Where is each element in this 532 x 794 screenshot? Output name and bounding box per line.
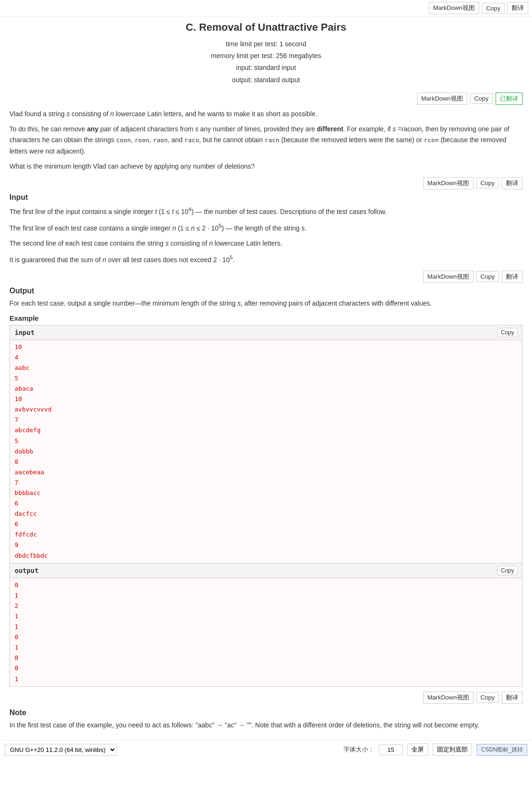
bottom-bar: GNU G++20 11.2.0 (64 bit, winlibs) 字体大小：… — [0, 740, 532, 759]
output-line: 0 — [15, 580, 517, 590]
section3-toolbar: MarkDown视图 Copy 翻译 — [9, 271, 523, 283]
s4-markdown-btn[interactable]: MarkDown视图 — [423, 692, 473, 704]
input-type: input: standard input — [9, 62, 523, 74]
output-type: output: standard output — [9, 74, 523, 86]
output-line: 0 — [15, 653, 517, 663]
s3-copy-btn[interactable]: Copy — [476, 271, 499, 282]
input-line: 7 — [15, 415, 517, 425]
input-p3: The second line of each test case contai… — [9, 238, 523, 249]
input-line: dbdcfbbdc — [15, 551, 517, 561]
section4-toolbar: MarkDown视图 Copy 翻译 — [9, 692, 523, 704]
s4-copy-btn[interactable]: Copy — [476, 692, 499, 703]
s1-copy-btn[interactable]: Copy — [470, 93, 493, 104]
input-line: 8 — [15, 457, 517, 467]
input-p1: The first line of the input contains a s… — [9, 205, 523, 217]
input-line: dacfcc — [15, 509, 517, 519]
example-output-copy-btn[interactable]: Copy — [498, 566, 517, 575]
note-section: Note In the first test case of the examp… — [9, 709, 523, 731]
s1-p2: To do this, he can remove any pair of ad… — [9, 124, 523, 157]
s2-markdown-btn[interactable]: MarkDown视图 — [423, 177, 473, 189]
csdn-btn[interactable]: CSDN图标_跳转 — [477, 744, 527, 756]
input-line: 6 — [15, 498, 517, 509]
example-output-header: output Copy — [10, 563, 522, 578]
s4-translate-btn[interactable]: 翻译 — [502, 692, 523, 704]
input-line: 10 — [15, 342, 517, 352]
example-input-copy-btn[interactable]: Copy — [498, 328, 517, 337]
output-line: 1 — [15, 611, 517, 622]
input-line: 4 — [15, 352, 517, 363]
note-p1: In the first test case of the example, y… — [9, 720, 523, 731]
example-output-body: 0121101001 — [10, 578, 522, 686]
s2-translate-btn[interactable]: 翻译 — [502, 177, 523, 189]
problem-title: C. Removal of Unattractive Pairs — [9, 21, 523, 34]
s1-translated-btn[interactable]: 已翻译 — [496, 93, 523, 105]
example-section: Example input Copy 104aabc5abaca10avbvvc… — [9, 314, 523, 687]
output-line: 1 — [15, 642, 517, 653]
memory-limit: memory limit per test: 256 megabytes — [9, 50, 523, 62]
top-translate-btn[interactable]: 翻译 — [507, 2, 528, 14]
output-line: 1 — [15, 674, 517, 684]
input-line: abcdefg — [15, 425, 517, 435]
example-output-block: output Copy 0121101001 — [9, 563, 523, 687]
input-line: aabc — [15, 363, 517, 373]
note-section-title: Note — [9, 709, 523, 717]
example-input-label: input — [15, 329, 34, 336]
input-line: 5 — [15, 436, 517, 446]
input-line: 10 — [15, 394, 517, 404]
input-section: Input The first line of the input contai… — [9, 193, 523, 266]
s1-p1: Vlad found a string s consisting of n lo… — [9, 109, 523, 120]
output-section-title: Output — [9, 287, 523, 295]
output-line: 1 — [15, 590, 517, 601]
input-line: dabbb — [15, 446, 517, 457]
bottom-left: GNU G++20 11.2.0 (64 bit, winlibs) — [5, 744, 117, 756]
goto-bottom-btn[interactable]: 固定到底部 — [433, 743, 472, 756]
output-line: 1 — [15, 622, 517, 632]
time-limit: time limit per test: 1 second — [9, 38, 523, 50]
fullscreen-btn[interactable]: 全屏 — [407, 743, 428, 756]
input-p4: It is guaranteed that the sum of n over … — [9, 253, 523, 265]
input-line: avbvvcvvvd — [15, 404, 517, 415]
bottom-right: 字体大小： 全屏 固定到底部 CSDN图标_跳转 — [343, 743, 527, 756]
input-line: fdfcdc — [15, 529, 517, 540]
s1-p3: What is the minimum length Vlad can achi… — [9, 161, 523, 172]
example-input-body: 104aabc5abaca10avbvvcvvvd7abcdefg5dabbb8… — [10, 340, 522, 563]
output-line: 2 — [15, 601, 517, 611]
example-input-header: input Copy — [10, 325, 522, 340]
main-content: C. Removal of Unattractive Pairs time li… — [0, 17, 532, 740]
s1-markdown-btn[interactable]: MarkDown视图 — [417, 93, 467, 105]
s2-copy-btn[interactable]: Copy — [476, 178, 499, 188]
input-line: 6 — [15, 519, 517, 529]
input-line: aacebeaa — [15, 467, 517, 478]
output-section: Output For each test case, output a sing… — [9, 287, 523, 309]
top-toolbar: MarkDown视图 Copy 翻译 — [0, 0, 532, 17]
top-copy-btn[interactable]: Copy — [482, 3, 505, 14]
s3-markdown-btn[interactable]: MarkDown视图 — [423, 271, 473, 283]
output-line: 0 — [15, 632, 517, 642]
section2-toolbar: MarkDown视图 Copy 翻译 — [9, 177, 523, 189]
language-selector[interactable]: GNU G++20 11.2.0 (64 bit, winlibs) — [5, 744, 117, 756]
input-line: 7 — [15, 478, 517, 488]
output-p1: For each test case, output a single numb… — [9, 298, 523, 309]
section1-text: Vlad found a string s consisting of n lo… — [9, 109, 523, 172]
example-output-label: output — [15, 567, 39, 574]
input-line: 9 — [15, 540, 517, 550]
problem-meta: time limit per test: 1 second memory lim… — [9, 38, 523, 86]
example-input-block: input Copy 104aabc5abaca10avbvvcvvvd7abc… — [9, 325, 523, 563]
font-size-label: 字体大小： — [343, 745, 374, 754]
input-p2: The first line of each test case contain… — [9, 221, 523, 234]
top-markdown-btn[interactable]: MarkDown视图 — [429, 2, 479, 14]
output-line: 0 — [15, 663, 517, 674]
example-title: Example — [9, 314, 523, 322]
input-line: bbbbacc — [15, 488, 517, 498]
input-section-title: Input — [9, 193, 523, 202]
input-line: abaca — [15, 384, 517, 394]
s3-translate-btn[interactable]: 翻译 — [502, 271, 523, 283]
section1-toolbar: MarkDown视图 Copy 已翻译 — [9, 93, 523, 105]
font-size-input[interactable] — [379, 744, 403, 755]
input-line: 5 — [15, 373, 517, 384]
